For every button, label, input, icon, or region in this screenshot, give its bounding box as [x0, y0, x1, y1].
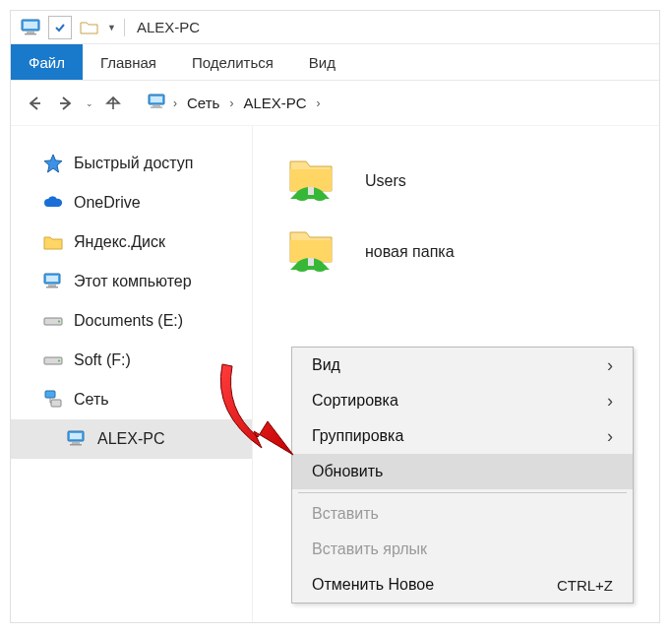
tab-view[interactable]: Вид — [291, 44, 353, 80]
sidebar-quick-access[interactable]: Быстрый доступ — [11, 144, 252, 183]
sidebar-item-label: Яндекс.Диск — [74, 233, 165, 251]
sidebar-item-label: ALEX-PC — [97, 430, 164, 448]
submenu-arrow-icon: › — [607, 391, 613, 412]
qat-dropdown-icon[interactable]: ▼ — [107, 23, 116, 32]
breadcrumb-pc[interactable]: ALEX-PC — [239, 93, 310, 113]
ctx-label: Отменить Новое — [312, 576, 434, 594]
sidebar-yandex-disk[interactable]: Яндекс.Диск — [11, 222, 252, 262]
star-icon — [42, 153, 64, 174]
svg-rect-7 — [151, 106, 162, 107]
navigation-pane: Быстрый доступ OneDrive Яндекс.Диск Этот… — [11, 126, 253, 622]
svg-rect-27 — [308, 258, 314, 266]
svg-point-23 — [313, 193, 327, 201]
sidebar-onedrive[interactable]: OneDrive — [11, 183, 252, 222]
monitor-icon — [148, 94, 167, 113]
svg-rect-3 — [25, 33, 36, 34]
breadcrumb[interactable]: › Сеть › ALEX-PC › — [142, 93, 329, 113]
svg-point-25 — [295, 264, 309, 272]
svg-rect-19 — [70, 433, 82, 439]
folder-icon — [42, 231, 64, 253]
sidebar-soft-f[interactable]: Soft (F:) — [11, 341, 252, 380]
shared-folder-icon — [282, 156, 341, 207]
folder-label: Users — [365, 172, 406, 190]
cloud-icon — [42, 192, 64, 214]
sidebar-item-label: Сеть — [74, 391, 109, 409]
chevron-right-icon[interactable]: › — [171, 96, 179, 110]
svg-rect-11 — [46, 286, 58, 288]
computer-icon — [42, 271, 64, 292]
submenu-arrow-icon: › — [607, 355, 613, 376]
sidebar-item-label: OneDrive — [74, 194, 141, 212]
ctx-shortcut: CTRL+Z — [557, 577, 613, 594]
title-bar: ▼ ALEX-PC — [11, 11, 659, 44]
tab-file[interactable]: Файл — [11, 44, 83, 80]
folder-newfolder[interactable]: новая папка — [263, 217, 649, 287]
svg-point-13 — [58, 321, 60, 323]
shared-folder-icon — [282, 226, 341, 278]
svg-point-22 — [295, 193, 309, 201]
sidebar-alex-pc[interactable]: ALEX-PC — [11, 419, 252, 459]
qat-properties-button[interactable] — [48, 16, 72, 39]
ctx-group[interactable]: Группировка › — [292, 418, 633, 454]
svg-point-15 — [58, 360, 60, 362]
ctx-refresh[interactable]: Обновить — [292, 454, 633, 489]
svg-rect-20 — [72, 442, 80, 444]
submenu-arrow-icon: › — [607, 426, 613, 447]
ctx-label: Сортировка — [312, 392, 398, 410]
svg-rect-5 — [151, 96, 162, 102]
ctx-paste: Вставить — [292, 496, 633, 532]
sidebar-item-label: Soft (F:) — [74, 351, 131, 369]
svg-rect-10 — [48, 285, 56, 286]
sidebar-item-label: Documents (E:) — [74, 312, 183, 330]
chevron-right-icon[interactable]: › — [315, 96, 323, 110]
ctx-label: Группировка — [312, 427, 403, 445]
ctx-label: Вставить — [312, 505, 379, 523]
back-button[interactable] — [19, 88, 50, 119]
qat-new-folder-button[interactable] — [78, 16, 101, 39]
network-icon — [42, 389, 64, 411]
chevron-right-icon[interactable]: › — [227, 96, 235, 110]
context-menu: Вид › Сортировка › Группировка › Обновит… — [291, 347, 634, 603]
breadcrumb-network[interactable]: Сеть — [183, 93, 223, 113]
tab-share[interactable]: Поделиться — [174, 44, 291, 80]
sidebar-item-label: Этот компьютер — [74, 273, 192, 290]
computer-icon — [66, 428, 88, 450]
separator — [298, 492, 627, 493]
ctx-view[interactable]: Вид › — [292, 348, 633, 383]
ctx-undo[interactable]: Отменить Новое CTRL+Z — [292, 567, 633, 603]
ctx-label: Вставить ярлык — [312, 540, 427, 558]
ribbon-tabs: Файл Главная Поделиться Вид — [11, 44, 659, 81]
svg-rect-16 — [45, 391, 55, 398]
sidebar-network[interactable]: Сеть — [11, 380, 252, 419]
tab-home[interactable]: Главная — [83, 44, 174, 80]
up-button[interactable] — [97, 88, 129, 119]
svg-rect-17 — [51, 400, 61, 407]
separator — [124, 19, 125, 36]
forward-button[interactable] — [50, 88, 82, 119]
sidebar-documents-e[interactable]: Documents (E:) — [11, 301, 252, 341]
sidebar-this-pc[interactable]: Этот компьютер — [11, 262, 252, 301]
window-title: ALEX-PC — [137, 19, 200, 35]
ctx-label: Вид — [312, 356, 340, 374]
address-bar-row: ⌄ › Сеть › ALEX-PC › — [11, 81, 659, 126]
svg-rect-9 — [46, 276, 58, 282]
svg-rect-1 — [24, 22, 37, 29]
folder-label: новая папка — [365, 243, 455, 261]
svg-rect-24 — [308, 187, 314, 195]
ctx-label: Обновить — [312, 463, 383, 480]
svg-point-26 — [313, 264, 327, 272]
drive-icon — [42, 310, 64, 332]
recent-dropdown-icon[interactable]: ⌄ — [82, 98, 97, 108]
svg-rect-6 — [153, 105, 160, 107]
svg-rect-21 — [70, 444, 82, 446]
svg-rect-2 — [27, 32, 34, 33]
sidebar-item-label: Быстрый доступ — [74, 155, 194, 172]
ctx-sort[interactable]: Сортировка › — [292, 383, 633, 418]
ctx-paste-shortcut: Вставить ярлык — [292, 532, 633, 567]
quick-access-toolbar: ▼ — [48, 16, 116, 39]
window-icon — [21, 19, 42, 36]
drive-icon — [42, 349, 64, 371]
folder-users[interactable]: Users — [263, 146, 649, 217]
